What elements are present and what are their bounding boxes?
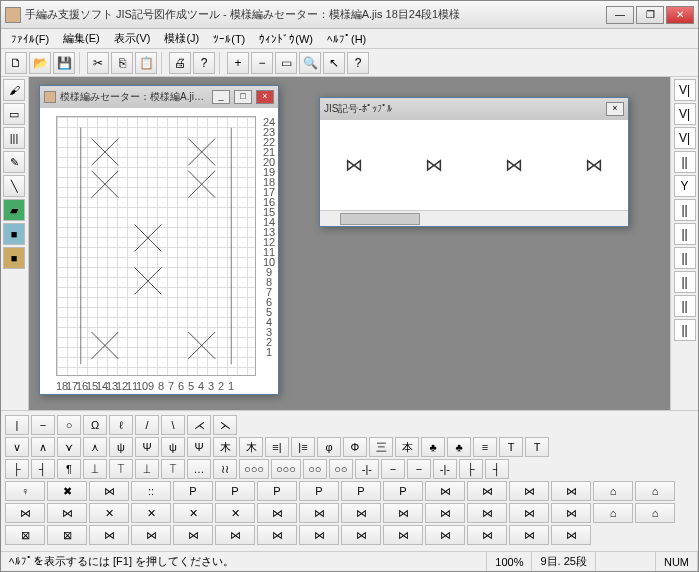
palette-btn-r5-0[interactable]: ⋈ (5, 503, 45, 523)
menu-help[interactable]: ﾍﾙﾌﾟ(H) (321, 31, 372, 47)
palette-btn-r1-6[interactable]: \ (161, 415, 185, 435)
palette-btn-r2-20[interactable]: T (525, 437, 549, 457)
scrollbar-thumb[interactable] (340, 213, 420, 225)
help-icon[interactable]: ? (347, 52, 369, 74)
pattern-canvas[interactable]: 242322212019181716151413121110987654321 … (40, 108, 278, 394)
palette-btn-r1-1[interactable]: − (31, 415, 55, 435)
right-tool-g8[interactable]: || (674, 247, 696, 269)
palette-btn-r3-16[interactable]: -|- (433, 459, 457, 479)
palette-btn-r5-1[interactable]: ⋈ (47, 503, 87, 523)
palette-btn-r3-2[interactable]: ¶ (57, 459, 81, 479)
palette-btn-r4-9[interactable]: P (383, 481, 423, 501)
palette-btn-r2-10[interactable]: ≡| (265, 437, 289, 457)
palette-btn-r2-14[interactable]: 三 (369, 437, 393, 457)
palette-btn-r2-15[interactable]: 本 (395, 437, 419, 457)
palette-btn-r4-13[interactable]: ⋈ (551, 481, 591, 501)
help-button[interactable]: ? (193, 52, 215, 74)
palette-btn-r4-4[interactable]: P (173, 481, 213, 501)
palette-btn-r3-0[interactable]: ├ (5, 459, 29, 479)
palette-btn-r2-1[interactable]: ∧ (31, 437, 55, 457)
zoom-out-button[interactable]: − (251, 52, 273, 74)
palette-btn-r2-2[interactable]: ⋎ (57, 437, 81, 457)
palette-btn-r5-12[interactable]: ⋈ (509, 503, 549, 523)
pattern-max-button[interactable]: □ (234, 90, 252, 104)
fill-tool[interactable]: ▰ (3, 199, 25, 221)
palette-btn-r6-2[interactable]: ⋈ (89, 525, 129, 545)
close-button[interactable]: ✕ (666, 6, 694, 24)
open-button[interactable]: 📂 (29, 52, 51, 74)
palette-btn-r4-15[interactable]: ⌂ (635, 481, 675, 501)
brush-tool[interactable]: 🖌 (3, 79, 25, 101)
symbol-window-titlebar[interactable]: JIS記号-ﾎﾟｯﾌﾟﾙ × (320, 98, 628, 120)
palette-btn-r6-0[interactable]: ⊠ (5, 525, 45, 545)
palette-btn-r2-5[interactable]: Ψ (135, 437, 159, 457)
palette-btn-r4-5[interactable]: P (215, 481, 255, 501)
palette-btn-r4-1[interactable]: ✖ (47, 481, 87, 501)
right-tool-g3[interactable]: V| (674, 127, 696, 149)
palette-btn-r6-9[interactable]: ⋈ (383, 525, 423, 545)
palette-btn-r1-8[interactable]: ⋋ (213, 415, 237, 435)
palette-btn-r2-18[interactable]: ≡ (473, 437, 497, 457)
palette-btn-r3-7[interactable]: … (187, 459, 211, 479)
palette-btn-r5-10[interactable]: ⋈ (425, 503, 465, 523)
palette-btn-r4-12[interactable]: ⋈ (509, 481, 549, 501)
palette-btn-r3-3[interactable]: ⟘ (83, 459, 107, 479)
palette-btn-r3-17[interactable]: ├ (459, 459, 483, 479)
palette-btn-r2-19[interactable]: T (499, 437, 523, 457)
palette-btn-r3-9[interactable]: ○○○ (239, 459, 269, 479)
cut-button[interactable]: ✂ (87, 52, 109, 74)
right-tool-g1[interactable]: V| (674, 79, 696, 101)
pointer-button[interactable]: ↖ (323, 52, 345, 74)
paste-button[interactable]: 📋 (135, 52, 157, 74)
palette-btn-r5-3[interactable]: ✕ (131, 503, 171, 523)
palette-btn-r1-2[interactable]: ○ (57, 415, 81, 435)
new-button[interactable]: 🗋 (5, 52, 27, 74)
palette-btn-r3-6[interactable]: ⟙ (161, 459, 185, 479)
menu-pattern[interactable]: 模様(J) (158, 29, 205, 48)
pattern-window-titlebar[interactable]: 模様編みセーター：模様編A.jis 18目… _ □ × (40, 86, 278, 108)
palette-btn-r2-12[interactable]: φ (317, 437, 341, 457)
palette-btn-r1-3[interactable]: Ω (83, 415, 107, 435)
palette-btn-r4-6[interactable]: P (257, 481, 297, 501)
palette-btn-r3-13[interactable]: -|- (355, 459, 379, 479)
select-button[interactable]: ▭ (275, 52, 297, 74)
palette-btn-r1-4[interactable]: ℓ (109, 415, 133, 435)
palette-btn-r2-4[interactable]: ψ (109, 437, 133, 457)
palette-btn-r3-15[interactable]: − (407, 459, 431, 479)
palette-btn-r3-12[interactable]: ○○ (329, 459, 353, 479)
palette-btn-r4-2[interactable]: ⋈ (89, 481, 129, 501)
palette-btn-r6-11[interactable]: ⋈ (467, 525, 507, 545)
right-tool-g2[interactable]: V| (674, 103, 696, 125)
menu-tool[interactable]: ﾂｰﾙ(T) (207, 31, 251, 47)
stitch-grid[interactable] (56, 116, 256, 376)
palette-btn-r3-5[interactable]: ⟘ (135, 459, 159, 479)
palette-btn-r5-5[interactable]: ✕ (215, 503, 255, 523)
zoom-in-button[interactable]: + (227, 52, 249, 74)
palette-btn-r5-9[interactable]: ⋈ (383, 503, 423, 523)
palette-btn-r1-5[interactable]: / (135, 415, 159, 435)
palette-btn-r3-8[interactable]: ≀≀ (213, 459, 237, 479)
right-tool-g7[interactable]: || (674, 223, 696, 245)
palette-btn-r2-7[interactable]: Ψ (187, 437, 211, 457)
right-tool-g11[interactable]: || (674, 319, 696, 341)
palette-btn-r6-10[interactable]: ⋈ (425, 525, 465, 545)
palette-btn-r5-2[interactable]: ✕ (89, 503, 129, 523)
palette-btn-r2-0[interactable]: ∨ (5, 437, 29, 457)
minimize-button[interactable]: — (606, 6, 634, 24)
print-button[interactable]: 🖨 (169, 52, 191, 74)
palette-btn-r1-7[interactable]: ⋌ (187, 415, 211, 435)
symbol-item-0[interactable]: ⋈ (334, 145, 374, 185)
symbol-scrollbar[interactable] (320, 210, 628, 226)
right-tool-g10[interactable]: || (674, 295, 696, 317)
palette-btn-r2-3[interactable]: ⋏ (83, 437, 107, 457)
symbol-item-1[interactable]: ⋈ (414, 145, 454, 185)
palette-btn-r5-15[interactable]: ⌂ (635, 503, 675, 523)
right-tool-g6[interactable]: || (674, 199, 696, 221)
menu-window[interactable]: ｳｨﾝﾄﾞｳ(W) (253, 31, 319, 47)
symbol-close-button[interactable]: × (606, 102, 624, 116)
palette-btn-r2-9[interactable]: 木 (239, 437, 263, 457)
palette-btn-r5-13[interactable]: ⋈ (551, 503, 591, 523)
palette-btn-r6-4[interactable]: ⋈ (173, 525, 213, 545)
palette-btn-r6-1[interactable]: ⊠ (47, 525, 87, 545)
menu-file[interactable]: ﾌｧｲﾙ(F) (5, 31, 55, 47)
